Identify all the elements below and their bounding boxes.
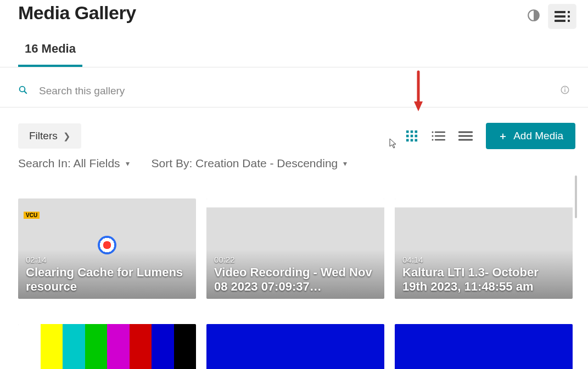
media-gallery-grid: 02:14 Clearing Cache for Lumens resource… xyxy=(0,198,588,369)
svg-point-21 xyxy=(432,132,434,133)
compact-list-view-icon[interactable] xyxy=(458,131,473,141)
add-media-label: Add Media xyxy=(513,130,563,142)
media-duration: 04:14 xyxy=(402,255,565,264)
media-title: Video Recording - Wed Nov 08 2023 07:09:… xyxy=(214,265,377,293)
svg-point-25 xyxy=(432,139,434,141)
svg-rect-20 xyxy=(415,139,418,142)
plus-icon: ＋ xyxy=(498,129,508,143)
svg-rect-18 xyxy=(406,139,409,142)
svg-rect-16 xyxy=(411,135,413,138)
media-duration: 00:22 xyxy=(214,255,377,264)
svg-rect-6 xyxy=(565,20,568,22)
add-media-button[interactable]: ＋ Add Media xyxy=(486,123,575,149)
sort-by-label: Sort By: Creation Date - Descending xyxy=(152,157,338,170)
page-title: Media Gallery xyxy=(18,2,136,24)
svg-rect-4 xyxy=(565,11,568,13)
tab-media[interactable]: 16 Media xyxy=(18,42,82,67)
media-card[interactable]: 00:58 xyxy=(206,324,384,369)
media-title: Kaltura LTI 1.3- October 19th 2023, 11:4… xyxy=(402,265,565,293)
svg-rect-17 xyxy=(415,135,418,138)
filters-button[interactable]: Filters ❯ xyxy=(18,123,81,149)
svg-point-7 xyxy=(20,87,25,92)
menu-toggle-button[interactable] xyxy=(548,4,576,29)
media-thumbnail xyxy=(206,324,384,369)
media-card[interactable]: 04:14 Kaltura LTI 1.3- October 19th 2023… xyxy=(395,198,573,299)
contrast-icon[interactable] xyxy=(527,8,541,25)
svg-rect-12 xyxy=(406,130,409,133)
svg-rect-13 xyxy=(411,130,413,133)
search-icon xyxy=(18,85,28,97)
sort-by-dropdown[interactable]: Sort By: Creation Date - Descending ▾ xyxy=(152,157,348,170)
info-icon[interactable] xyxy=(560,85,570,97)
chevron-down-icon: ▾ xyxy=(343,159,347,168)
media-card[interactable]: 00:17 xyxy=(395,324,573,369)
scrollbar-thumb[interactable] xyxy=(575,175,577,218)
media-thumbnail xyxy=(395,324,573,369)
svg-line-8 xyxy=(24,91,27,94)
search-in-label: Search In: All Fields xyxy=(18,157,120,170)
media-duration: 02:14 xyxy=(26,255,188,264)
search-input[interactable] xyxy=(39,75,560,107)
svg-point-11 xyxy=(564,87,565,88)
grid-view-icon[interactable] xyxy=(406,130,418,142)
chevron-right-icon: ❯ xyxy=(63,131,70,141)
svg-rect-19 xyxy=(411,139,413,142)
detailed-list-view-icon[interactable] xyxy=(431,130,445,141)
svg-point-23 xyxy=(432,135,434,137)
media-thumbnail: No Signal xyxy=(18,324,196,369)
svg-rect-15 xyxy=(406,135,409,138)
svg-rect-5 xyxy=(565,15,568,18)
media-title: Clearing Cache for Lumens resource xyxy=(26,265,188,293)
filters-label: Filters xyxy=(29,130,58,142)
svg-rect-14 xyxy=(415,130,418,133)
media-card[interactable]: 00:22 Video Recording - Wed Nov 08 2023 … xyxy=(206,198,384,299)
media-card[interactable]: No Signal 04:59 TestingCaptureCostSeries xyxy=(18,324,196,369)
media-card[interactable]: 02:14 Clearing Cache for Lumens resource xyxy=(18,198,196,299)
search-in-dropdown[interactable]: Search In: All Fields ▾ xyxy=(18,157,130,170)
chevron-down-icon: ▾ xyxy=(126,159,130,168)
